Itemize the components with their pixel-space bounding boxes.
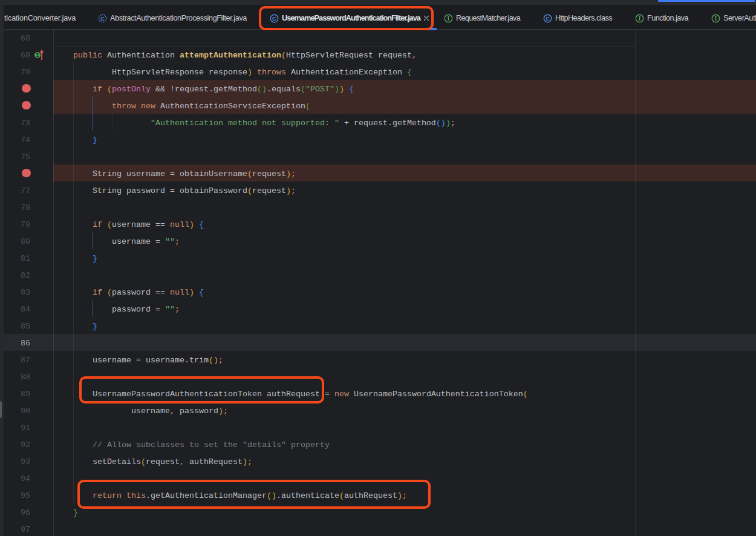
svg-text:C: C (546, 15, 550, 22)
svg-text:C: C (100, 15, 105, 22)
svg-text:I: I (639, 15, 641, 22)
svg-text:I: I (715, 15, 717, 22)
svg-text:I: I (448, 15, 450, 22)
